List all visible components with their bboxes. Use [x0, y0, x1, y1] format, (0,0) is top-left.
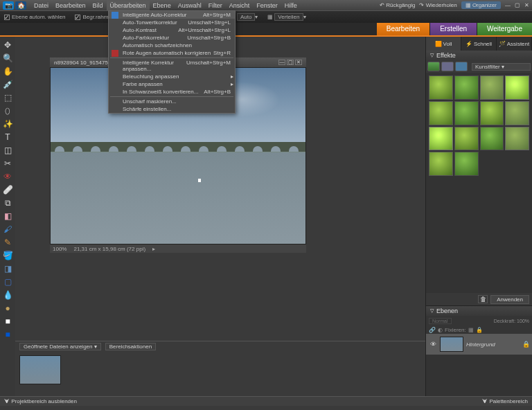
hand-tool[interactable]: ✋ — [2, 66, 13, 77]
layer-name[interactable]: Hintergrund — [466, 341, 520, 348]
lock-pixels-icon[interactable]: ▦ — [468, 327, 474, 333]
effect-thumb[interactable] — [454, 75, 479, 100]
fx-tab-styles[interactable] — [441, 62, 454, 71]
menu-datei[interactable]: Datei — [30, 1, 52, 10]
menu-item[interactable]: Auto-KontrastAlt+Umschalt+Strg+L — [109, 26, 235, 34]
effect-thumb[interactable] — [480, 127, 504, 151]
layers-panel-header[interactable]: ▽Ebenen — [426, 306, 532, 316]
auto-select-layer-checkbox[interactable]: Ebene autom. wählen — [4, 14, 65, 20]
wand-tool[interactable]: ✨ — [2, 118, 13, 130]
effect-thumb[interactable] — [454, 101, 479, 125]
zoom-level[interactable]: 100% — [53, 246, 66, 252]
blur-tool[interactable]: 💧 — [2, 289, 13, 301]
effect-thumb[interactable] — [505, 75, 529, 100]
bin-actions-button[interactable]: Bereichsaktionen — [105, 343, 156, 350]
menu-fenster[interactable]: Fenster — [253, 1, 281, 10]
opacity-value[interactable]: 100% — [517, 319, 529, 323]
eyedrop-tool[interactable]: 💉 — [2, 79, 13, 90]
menu-bearbeiten[interactable]: Bearbeiten — [52, 1, 89, 10]
layer-thumbnail[interactable] — [440, 337, 463, 352]
sponge-tool[interactable]: ● — [2, 303, 13, 314]
menu-ebene[interactable]: Ebene — [150, 1, 175, 10]
distribute-group[interactable]: ▦ Verteilen ▾ — [267, 13, 305, 21]
effect-thumb[interactable] — [429, 127, 453, 151]
menu-item[interactable]: Intelligente Auto-KorrekturAlt+Strg+M — [109, 11, 235, 19]
zoom-tool[interactable]: 🔍 — [2, 53, 13, 64]
doc-close-icon[interactable]: ✕ — [295, 60, 302, 65]
apply-button[interactable]: Anwenden — [490, 295, 529, 304]
mode-voll[interactable]: 🟧 Voll — [426, 37, 461, 51]
status-menu-icon[interactable]: ▸ — [152, 246, 155, 252]
effect-thumb[interactable] — [480, 101, 504, 125]
menu-item[interactable]: Unscharf maskieren... — [109, 98, 235, 105]
menu-item[interactable]: Rote Augen automatisch korrigierenStrg+R — [109, 49, 235, 57]
effect-thumb[interactable] — [429, 101, 453, 125]
hide-project-bin-button[interactable]: ⮟ Projektbereich ausblenden — [4, 398, 77, 404]
trash-icon[interactable]: 🗑 — [478, 295, 488, 303]
menu-item[interactable]: Beleuchtung anpassen▸ — [109, 73, 235, 80]
effects-filter-select[interactable]: Kunstfilter ▾ — [472, 63, 531, 71]
type-tool[interactable]: T — [2, 132, 13, 143]
shape-tool[interactable]: ▢ — [2, 276, 13, 287]
effect-thumb[interactable] — [505, 127, 529, 151]
effect-thumb[interactable] — [454, 127, 479, 151]
brush-tool[interactable]: 🖌 — [2, 224, 13, 235]
effect-thumb[interactable] — [429, 75, 453, 100]
fx-icon[interactable]: ◐ — [438, 327, 443, 333]
palette-area-button[interactable]: ⮟ Palettenbereich — [482, 398, 528, 404]
tab-erstellen[interactable]: Erstellen — [429, 23, 477, 35]
menu-item[interactable]: Intelligente Korrektur anpassen...Umscha… — [109, 59, 235, 73]
lock-all-icon[interactable]: 🔒 — [476, 327, 483, 333]
pencil-tool[interactable]: ✎ — [2, 237, 13, 248]
lasso-tool[interactable]: ⬯ — [2, 105, 13, 116]
mode-schnell[interactable]: ⚡ Schnell — [461, 37, 497, 51]
visibility-icon[interactable]: 👁 — [429, 341, 437, 348]
gradient-tool[interactable]: ◨ — [2, 263, 13, 274]
menu-item[interactable]: Auto-TonwertkorrekturUmschalt+Strg+L — [109, 19, 235, 26]
menu-item[interactable]: In Schwarzweiß konvertieren...Alt+Strg+B — [109, 88, 235, 96]
marquee-tool[interactable]: ⬚ — [2, 92, 13, 103]
open-files-button[interactable]: Geöffnete Dateien anzeigen ▾ — [19, 343, 101, 350]
effect-thumb[interactable] — [480, 75, 504, 100]
menu-filter[interactable]: Filter — [205, 1, 226, 10]
organizer-button[interactable]: ▦ Organizer — [461, 1, 501, 9]
cookie-tool[interactable]: ✂ — [2, 158, 13, 169]
menu-hilfe[interactable]: Hilfe — [281, 1, 301, 10]
link-icon[interactable]: 🔗 — [429, 327, 436, 333]
undo-button[interactable]: ↶ Rückgängig — [380, 2, 415, 8]
healing-tool[interactable]: 🩹 — [2, 184, 13, 195]
project-thumbnail[interactable] — [19, 355, 61, 384]
home-icon[interactable]: 🏠 — [15, 1, 26, 10]
mode-assistent[interactable]: 🪄 Assistent — [497, 37, 532, 51]
bg-tool[interactable]: ■ — [2, 329, 13, 340]
minimize-icon[interactable]: — — [505, 2, 511, 8]
menu-auswahl[interactable]: Auswahl — [175, 1, 205, 10]
layer-row[interactable]: 👁 Hintergrund 🔒 — [426, 334, 532, 355]
effect-thumb[interactable] — [505, 101, 529, 125]
clone-tool[interactable]: ⧉ — [2, 197, 13, 208]
tab-weitergabe[interactable]: Weitergabe — [477, 23, 532, 35]
redeye-tool[interactable]: 👁 — [2, 171, 13, 182]
tab-bearbeiten[interactable]: Bearbeiten — [377, 23, 429, 35]
fg-tool[interactable]: ■ — [2, 316, 13, 327]
menu-bild[interactable]: Bild — [89, 1, 107, 10]
menu-überarbeiten[interactable]: Überarbeiten — [107, 1, 150, 10]
redo-button[interactable]: ↷ Wiederholen — [419, 2, 456, 8]
fx-tab-filters[interactable] — [427, 62, 440, 71]
eraser-tool[interactable]: ◧ — [2, 211, 13, 222]
crop-tool[interactable]: ◫ — [2, 145, 13, 156]
maximize-icon[interactable]: ▢ — [515, 2, 520, 8]
move-tool[interactable]: ✥ — [2, 39, 13, 51]
menu-item[interactable]: Farbe anpassen▸ — [109, 80, 235, 88]
close-icon[interactable]: ✕ — [524, 2, 529, 8]
effect-thumb[interactable] — [429, 152, 453, 176]
menu-item[interactable]: Auto-FarbkorrekturUmschalt+Strg+B — [109, 34, 235, 42]
menu-item[interactable]: Schärfe einstellen... — [109, 105, 235, 113]
blend-mode-select[interactable]: Normal — [429, 318, 452, 324]
doc-maximize-icon[interactable]: ▢ — [287, 60, 294, 65]
effects-panel-header[interactable]: ▽Effekte — [426, 51, 532, 60]
bucket-tool[interactable]: 🪣 — [2, 250, 13, 261]
fx-tab-photo[interactable] — [455, 62, 468, 71]
doc-minimize-icon[interactable]: — — [278, 60, 285, 65]
app-logo-icon[interactable]: 📷 — [3, 1, 14, 10]
